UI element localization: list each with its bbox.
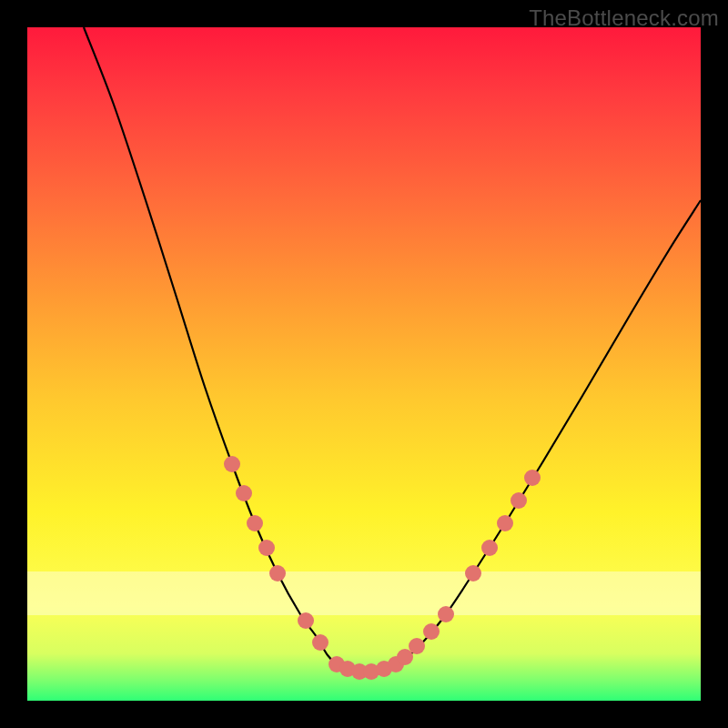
- bottleneck-curve: [84, 27, 701, 672]
- data-point: [298, 612, 314, 629]
- data-point: [258, 540, 275, 556]
- data-point: [423, 623, 440, 640]
- data-point: [269, 565, 286, 581]
- data-point: [511, 492, 527, 509]
- data-point: [236, 485, 252, 501]
- data-point: [465, 565, 481, 581]
- data-point: [224, 456, 240, 472]
- data-point: [247, 515, 263, 531]
- data-point: [438, 606, 454, 622]
- data-point: [481, 540, 498, 556]
- data-point: [312, 634, 329, 651]
- data-points: [224, 456, 541, 680]
- chart-svg: [27, 27, 701, 701]
- outer-frame: TheBottleneck.com: [0, 0, 728, 728]
- data-point: [497, 515, 513, 531]
- data-point: [409, 638, 425, 654]
- attribution-label: TheBottleneck.com: [529, 5, 719, 31]
- data-point: [524, 470, 541, 486]
